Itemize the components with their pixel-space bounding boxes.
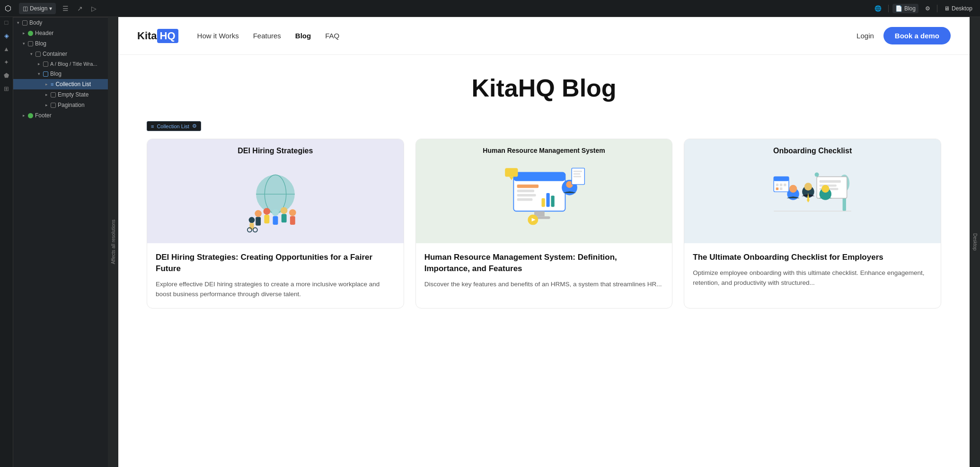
svg-rect-35 — [574, 176, 581, 177]
card-title-2: Human Resource Management System: Defini… — [424, 252, 664, 274]
globe-icon: 🌐 — [874, 5, 882, 12]
card-image-2: Human Resource Management System — [416, 139, 672, 243]
header-right: Login Book a demo — [856, 27, 951, 44]
login-button[interactable]: Login — [856, 32, 874, 40]
component-green-icon — [28, 113, 33, 118]
tree-footer[interactable]: ▸ Footer — [13, 110, 108, 121]
nav-faq[interactable]: FAQ — [325, 32, 339, 40]
svg-rect-10 — [282, 214, 287, 222]
svg-point-9 — [281, 207, 288, 214]
card-body-1: DEI Hiring Strategies: Creating Opportun… — [147, 243, 404, 308]
desktop-icon: 🖥 — [944, 5, 950, 12]
card-title-3: The Ultimate Onboarding Checklist for Em… — [693, 252, 932, 263]
globe-icon-button[interactable]: 🌐 — [872, 4, 884, 13]
card-title-1: DEI Hiring Strategies: Creating Opportun… — [156, 252, 395, 274]
chevron-down-icon: ▾ — [17, 20, 19, 25]
page-icon: 📄 — [895, 5, 902, 12]
chevron-right-icon: ▸ — [45, 82, 48, 87]
svg-point-50 — [821, 185, 829, 193]
tree-container[interactable]: ▾ Container — [13, 49, 108, 59]
design-mode-button[interactable]: ◫ Design ▾ — [19, 3, 56, 14]
card-image-1: DEI Hiring Strategies — [147, 139, 404, 243]
svg-rect-21 — [517, 185, 539, 188]
site-header: KitaHQ How it Works Features Blog FAQ Lo… — [118, 17, 970, 55]
chevron-down-icon: ▾ — [30, 52, 33, 56]
tree-pagination[interactable]: ▸ Pagination — [13, 100, 108, 110]
card-body-2: Human Resource Management System: Defini… — [416, 243, 672, 298]
rail-styles-icon[interactable]: ⬟ — [1, 70, 12, 80]
top-bar: ⬡ ◫ Design ▾ ☰ ↗ ▷ 🌐 📄 Blog ⚙ 🖥 Desktop — [0, 0, 980, 17]
svg-rect-24 — [517, 198, 533, 201]
component-green-icon — [28, 31, 33, 36]
svg-rect-41 — [820, 180, 841, 183]
blog-card-3: Onboarding Checklist — [684, 139, 941, 308]
tree-blog-component[interactable]: ▾ Blog — [13, 69, 108, 79]
tree-title-wrapper[interactable]: ▸ A / Blog / Title Wra... — [13, 59, 108, 69]
card-image-title-2: Human Resource Management System — [473, 147, 614, 154]
svg-rect-22 — [517, 190, 534, 192]
svg-point-3 — [255, 210, 262, 217]
tree-body[interactable]: ▾ Body — [13, 18, 108, 28]
blog-page-tab[interactable]: 📄 Blog — [892, 4, 918, 13]
desktop-view-button[interactable]: 🖥 Desktop — [941, 4, 975, 13]
affects-resolutions-panel[interactable]: Affects all resolutions — [108, 17, 118, 467]
svg-point-51 — [815, 172, 819, 176]
tree-header[interactable]: ▸ Header — [13, 28, 108, 38]
nav-blog[interactable]: Blog — [295, 32, 311, 40]
svg-rect-58 — [780, 187, 782, 190]
svg-rect-56 — [784, 184, 786, 186]
svg-rect-53 — [774, 177, 789, 181]
chevron-right-icon: ▸ — [23, 113, 25, 118]
affects-label: Affects all resolutions — [111, 220, 116, 264]
tree-collection-list[interactable]: ▸ ≡ Collection List — [13, 79, 108, 89]
svg-rect-23 — [517, 194, 536, 196]
svg-rect-8 — [273, 216, 278, 225]
rail-assets-icon[interactable]: ✦ — [1, 57, 12, 67]
external-link-icon[interactable]: ↗ — [75, 5, 85, 12]
card-image-title-1: DEI Hiring Strategies — [228, 147, 322, 155]
svg-rect-4 — [256, 217, 261, 226]
book-demo-button[interactable]: Book a demo — [883, 27, 951, 44]
card-image-title-3: Onboarding Checklist — [764, 147, 861, 155]
svg-point-7 — [272, 209, 279, 216]
app-body: ☰ □ ◈ ▲ ✦ ⬟ ⊞ Navigator ✕ 📌 ▾ Body — [0, 0, 980, 467]
rail-components-icon[interactable]: ▲ — [1, 44, 12, 54]
chevron-right-icon: ▸ — [23, 31, 25, 35]
play-icon[interactable]: ▷ — [89, 5, 98, 12]
svg-point-45 — [789, 185, 797, 193]
box-icon — [28, 41, 33, 46]
tree-blog[interactable]: ▾ Blog — [13, 38, 108, 49]
svg-point-11 — [289, 209, 296, 216]
top-bar-right: 🌐 📄 Blog ⚙ 🖥 Desktop — [872, 4, 975, 13]
svg-rect-30 — [505, 168, 518, 176]
main-canvas-area: Affects all resolutions Desktop KitaHQ — [108, 0, 980, 467]
svg-rect-27 — [551, 196, 555, 207]
svg-rect-25 — [542, 198, 545, 207]
chevron-down-icon: ▾ — [38, 71, 40, 76]
card-desc-2: Discover the key features and benefits o… — [424, 279, 664, 290]
svg-point-5 — [263, 208, 270, 215]
layers-icon[interactable]: ☰ — [61, 5, 71, 12]
svg-rect-55 — [780, 184, 782, 186]
rail-grid-icon[interactable]: ⊞ — [1, 83, 12, 94]
svg-rect-54 — [776, 184, 778, 186]
collection-list-badge[interactable]: ≡ Collection List ⚙ — [147, 121, 201, 131]
svg-rect-57 — [776, 187, 778, 190]
nav-how-it-works[interactable]: How it Works — [197, 32, 239, 40]
rail-navigator-icon[interactable]: ◈ — [1, 30, 12, 41]
svg-rect-18 — [514, 172, 565, 181]
blog-page-title: KitaHQ Blog — [147, 74, 941, 102]
card-body-3: The Ultimate Onboarding Checklist for Em… — [684, 243, 941, 297]
settings-icon-button[interactable]: ⚙ — [922, 4, 933, 13]
nav-features[interactable]: Features — [253, 32, 281, 40]
chevron-right-icon: ▸ — [45, 92, 48, 97]
collection-settings-icon: ⚙ — [192, 123, 197, 129]
rail-pages-icon[interactable]: □ — [1, 17, 12, 27]
tree-empty-state[interactable]: ▸ Empty State — [13, 89, 108, 100]
desktop-panel[interactable]: Desktop — [970, 17, 980, 467]
svg-point-13 — [248, 217, 255, 223]
svg-rect-6 — [264, 215, 269, 223]
svg-point-16 — [253, 228, 257, 232]
chevron-down-icon: ▾ — [23, 41, 25, 46]
site-logo: KitaHQ — [137, 29, 178, 43]
